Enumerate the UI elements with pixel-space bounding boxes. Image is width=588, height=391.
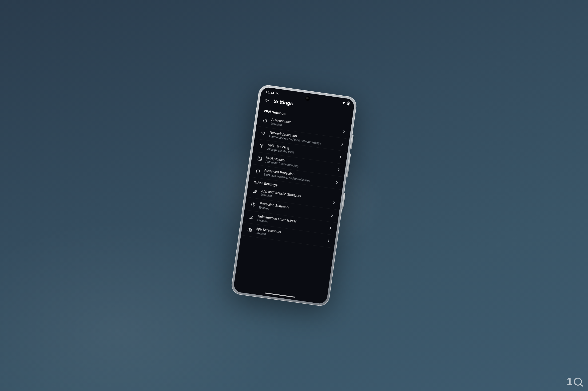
phone-side-button bbox=[350, 135, 353, 149]
chevron-right-icon bbox=[326, 238, 331, 243]
svg-point-12 bbox=[253, 203, 254, 204]
wifi-icon bbox=[341, 101, 346, 104]
arrow-left-icon bbox=[264, 97, 270, 103]
page-title: Settings bbox=[273, 98, 293, 106]
watermark-text: 1 bbox=[567, 377, 573, 387]
chevron-right-icon bbox=[338, 155, 343, 160]
svg-rect-6 bbox=[258, 157, 262, 161]
magnifier-icon bbox=[574, 378, 582, 386]
chevron-right-icon bbox=[334, 180, 339, 185]
phone-side-button bbox=[342, 193, 345, 210]
chevron-right-icon bbox=[342, 129, 346, 134]
chevron-right-icon bbox=[332, 200, 336, 205]
back-button[interactable] bbox=[263, 96, 271, 104]
phone-side-button bbox=[346, 153, 351, 177]
svg-point-4 bbox=[260, 144, 261, 145]
rocket-icon bbox=[252, 189, 258, 195]
svg-point-8 bbox=[260, 159, 261, 160]
settings-content[interactable]: VPN Settings Auto-connect Disabled bbox=[234, 106, 352, 300]
status-time: 14:44 bbox=[266, 90, 274, 95]
split-icon bbox=[258, 143, 265, 149]
power-icon bbox=[262, 117, 268, 124]
phone-wrapper: 14:44 bbox=[230, 84, 357, 307]
status-app-icon bbox=[276, 92, 279, 96]
svg-point-7 bbox=[259, 157, 260, 158]
chevron-right-icon bbox=[330, 213, 335, 218]
wifi-lock-icon bbox=[260, 130, 267, 136]
phone-screen: 14:44 bbox=[233, 87, 355, 304]
svg-point-5 bbox=[263, 145, 263, 145]
svg-point-13 bbox=[249, 229, 251, 231]
phone-frame: 14:44 bbox=[230, 84, 357, 307]
svg-rect-2 bbox=[347, 102, 349, 105]
chevron-right-icon bbox=[340, 142, 345, 147]
shield-icon bbox=[255, 168, 261, 175]
svg-point-9 bbox=[255, 191, 256, 192]
svg-line-11 bbox=[253, 204, 253, 205]
battery-icon bbox=[347, 101, 350, 106]
chevron-right-icon bbox=[336, 167, 341, 172]
camera-icon bbox=[247, 226, 253, 233]
svg-point-3 bbox=[263, 134, 264, 135]
chart-icon bbox=[248, 214, 255, 220]
info-icon bbox=[250, 201, 256, 207]
chevron-right-icon bbox=[328, 226, 333, 230]
watermark: 1 bbox=[567, 377, 582, 387]
protocol-icon bbox=[257, 156, 263, 162]
